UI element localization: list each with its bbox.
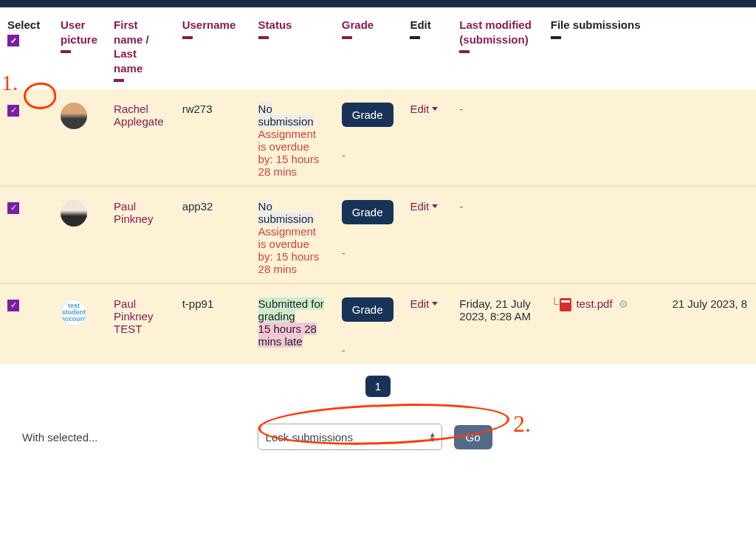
username-cell: t-pp91 [175, 283, 251, 364]
student-name-link[interactable]: Rachel Applegate [114, 103, 164, 128]
edit-label: Edit [410, 297, 429, 310]
sort-dash-icon [342, 36, 352, 39]
extra-cell: 21 July 2023, 8 [664, 283, 756, 364]
header-name[interactable]: First name / Last name [106, 7, 175, 89]
chevron-down-icon [432, 107, 438, 111]
header-extra [664, 7, 756, 89]
sort-dash-icon [258, 36, 269, 39]
header-status[interactable]: Status [251, 7, 334, 89]
edit-menu[interactable]: Edit [410, 103, 438, 115]
app-topbar [0, 0, 756, 7]
modified-cell: Friday, 21 July 2023, 8:28 AM [452, 283, 543, 364]
header-select-label: Select [7, 18, 40, 31]
row-checkbox[interactable]: ✓ [7, 300, 19, 311]
table-row: ✓ Rachel Applegate rw273 No submission A… [0, 89, 756, 186]
header-picture-label: User picture [61, 18, 97, 46]
sort-dash-icon [410, 36, 420, 39]
header-modified-label: Last modified (submission) [459, 18, 532, 46]
status-submitted: Submitted for grading [258, 297, 324, 322]
grade-button[interactable]: Grade [342, 200, 394, 224]
gear-icon[interactable]: ⚙ [619, 298, 628, 310]
student-name-link[interactable]: Paul Pinkney [114, 200, 153, 225]
status-overdue: Assignment is overdue by: 15 hours 28 mi… [258, 225, 320, 275]
header-picture[interactable]: User picture [53, 7, 106, 89]
header-files[interactable]: File submissions [543, 7, 665, 89]
header-modified[interactable]: Last modified (submission) [452, 7, 543, 89]
bulk-label: With selected... [22, 431, 98, 444]
extra-cell [664, 89, 756, 186]
username-cell: rw273 [175, 89, 251, 186]
status-cell: No submission Assignment is overdue by: … [251, 89, 334, 186]
edit-menu[interactable]: Edit [410, 297, 438, 310]
file-link[interactable]: test.pdf [576, 297, 612, 310]
header-status-label: Status [258, 18, 292, 31]
header-grade-label: Grade [342, 18, 374, 31]
chevron-down-icon [432, 302, 438, 306]
files-cell [543, 186, 665, 283]
header-select[interactable]: Select ✓ [0, 7, 53, 89]
grade-value: - [342, 149, 396, 162]
edit-label: Edit [410, 200, 429, 213]
status-late: 15 hours 28 mins late [258, 322, 317, 348]
avatar[interactable] [61, 103, 87, 129]
status-cell: No submission Assignment is overdue by: … [251, 186, 334, 283]
page-current[interactable]: 1 [365, 376, 391, 397]
extra-cell [664, 186, 756, 283]
chevron-down-icon [432, 204, 438, 208]
grade-button[interactable]: Grade [342, 103, 394, 127]
avatar[interactable] [61, 200, 87, 227]
grade-button[interactable]: Grade [342, 297, 394, 322]
status-no-submission: No submission [258, 200, 314, 225]
grade-value: - [342, 344, 396, 356]
table-row: ✓ Paul Pinkney app32 No submission Assig… [0, 186, 756, 283]
avatar[interactable]: test student account [61, 300, 87, 326]
modified-cell: - [452, 89, 543, 186]
student-name-link[interactable]: Paul Pinkney TEST [114, 297, 153, 335]
edit-label: Edit [410, 103, 429, 115]
sort-dash-icon [459, 50, 470, 53]
header-username-label: Username [182, 18, 236, 31]
edit-menu[interactable]: Edit [410, 200, 438, 213]
username-cell: app32 [175, 186, 251, 283]
pager: 1 [0, 364, 756, 409]
modified-cell: - [452, 186, 543, 283]
files-cell [543, 89, 665, 186]
grading-table: Select ✓ User picture First name / Last … [0, 7, 756, 364]
header-username[interactable]: Username [175, 7, 251, 89]
grading-table-wrap: Select ✓ User picture First name / Last … [0, 7, 756, 364]
sort-dash-icon [61, 50, 71, 53]
header-grade[interactable]: Grade [334, 7, 403, 89]
header-name-label: First name / Last name [114, 18, 149, 75]
sort-dash-icon [114, 79, 124, 82]
header-files-label: File submissions [551, 18, 641, 31]
tree-prefix-icon: └ [551, 297, 559, 310]
grade-value: - [342, 246, 396, 259]
pdf-icon [560, 298, 571, 311]
bulk-action-row: With selected... Lock submissions ▲▼ Go … [0, 409, 756, 472]
row-checkbox[interactable]: ✓ [7, 105, 19, 117]
sort-dash-icon [551, 36, 561, 39]
annotation-2-label: 2. [513, 410, 531, 438]
status-no-submission: No submission [258, 103, 314, 128]
header-edit-label: Edit [410, 18, 430, 31]
header-edit[interactable]: Edit [402, 7, 452, 89]
table-row: ✓ test student account Paul Pinkney TEST… [0, 283, 756, 364]
select-all-checkbox[interactable]: ✓ [7, 35, 19, 46]
sort-dash-icon [182, 36, 193, 39]
status-cell: Submitted for grading 15 hours 28 mins l… [251, 283, 334, 364]
status-overdue: Assignment is overdue by: 15 hours 28 mi… [258, 128, 320, 178]
files-cell: └test.pdf ⚙ [543, 283, 665, 364]
row-checkbox[interactable]: ✓ [7, 202, 19, 214]
